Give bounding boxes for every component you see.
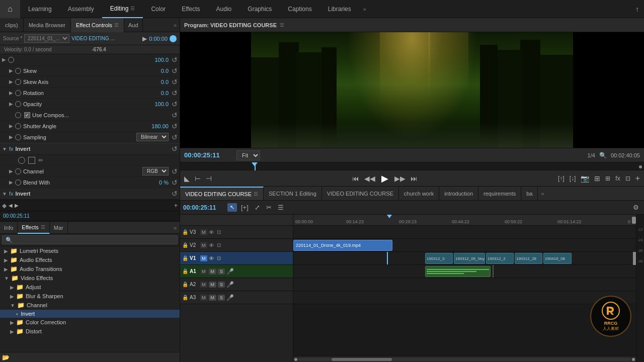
effects-blursharpen[interactable]: ▶ 📁 Blur & Sharpen (0, 292, 180, 301)
ec-scale-value[interactable]: 100.0 (154, 57, 169, 63)
effects-invert-item[interactable]: ▪ Invert (0, 310, 180, 318)
ec-expand-opacity[interactable]: ▶ (9, 101, 13, 107)
transport-fx[interactable]: fx (613, 174, 622, 183)
nav-tab-libraries[interactable]: Libraries (320, 0, 359, 18)
nav-tab-color[interactable]: Color (143, 0, 174, 18)
clip-v1-4[interactable]: 190312_28 (515, 253, 542, 264)
ec-reset-scale[interactable]: ↺ (172, 56, 178, 64)
track-lock-v2[interactable]: 🔒 (182, 242, 188, 248)
panel-tab-more[interactable]: » (171, 22, 180, 28)
track-m-a2[interactable]: M (209, 282, 217, 288)
effects-colorcorrection[interactable]: ▶ 📁 Color Correction (0, 318, 180, 327)
ec-reset-channel[interactable]: ↺ (172, 167, 178, 175)
track-s-a2[interactable]: S (218, 282, 225, 288)
nav-more-btn[interactable]: » (359, 6, 370, 12)
track-lock-a3[interactable]: 🔒 (182, 295, 188, 300)
tl-tool-settings[interactable]: ⚙ (631, 203, 641, 212)
transport-lift[interactable]: [↑] (556, 174, 567, 183)
transport-extract[interactable]: [↓] (568, 174, 578, 183)
timeline-tab-church[interactable]: church work (399, 187, 439, 201)
ec-expand-invert2[interactable]: ▼ (2, 191, 7, 197)
ec-expand-rotation[interactable]: ▶ (9, 90, 13, 96)
clip-v2-drone[interactable]: 220114_01_Drone_4k_019.mp4 (293, 240, 392, 251)
effects-adjust[interactable]: ▶ 📁 Adjust (0, 283, 180, 292)
transport-add[interactable]: + (633, 173, 642, 184)
effects-channel[interactable]: ▼ 📁 Channel (0, 301, 180, 310)
track-m-a1[interactable]: M (209, 268, 217, 275)
effects-audiotransitions[interactable]: ▶ 📁 Audio Transitions (0, 264, 180, 274)
program-monitor-menu-icon[interactable]: ☰ (280, 22, 284, 28)
clip-a1-1[interactable] (425, 266, 491, 277)
transport-mark-out[interactable]: ⊣ (204, 173, 214, 184)
clip-v1-2[interactable]: 190312_09_Sky0 (454, 253, 485, 264)
transport-play[interactable]: ▶ (378, 172, 391, 185)
track-lock-v1[interactable]: 🔒 (182, 255, 188, 261)
ec-expand-skew[interactable]: ▶ (9, 68, 13, 73)
track-sync-a2[interactable]: M (200, 282, 207, 288)
transport-play-fwd[interactable]: ▶▶ (392, 173, 408, 184)
ec-play-icon[interactable]: ▶ (142, 35, 147, 42)
track-sync-v3[interactable]: M (200, 229, 207, 235)
effects-audioeffects[interactable]: ▶ 📁 Audio Effects (0, 255, 180, 264)
ec-reset-skewaxis[interactable]: ↺ (172, 78, 178, 86)
ec-expand-scale[interactable]: ▶ (2, 57, 6, 62)
nav-tab-editing[interactable]: Editing ☰ (102, 0, 143, 18)
ec-kf-add[interactable]: + (174, 202, 178, 209)
panel-tab-mediabrowser[interactable]: Media Browser (24, 18, 71, 32)
ec-kf-diamond[interactable]: ◆ (2, 202, 7, 209)
track-sync-v1[interactable]: M (200, 255, 207, 261)
timeline-scrollbar[interactable] (293, 356, 636, 362)
track-eye-v2[interactable]: 👁 (209, 242, 214, 248)
ec-source-dropdown[interactable]: 220114_01_... (24, 34, 69, 43)
track-mic-a1[interactable]: 🎤 (226, 268, 234, 275)
ec-reset-blend[interactable]: ↺ (172, 178, 178, 187)
transport-play-back[interactable]: ◀◀ (362, 173, 377, 184)
ec-kf-prev[interactable]: ◀ (9, 203, 13, 208)
ec-channel-dropdown[interactable]: RGB (142, 167, 169, 175)
effects-tab-mar[interactable]: Mar (50, 222, 68, 234)
ec-opacity-value[interactable]: 100.0 (154, 101, 169, 107)
effects-tab-more[interactable]: » (171, 225, 180, 231)
tl-tool-ripple[interactable]: [+] (239, 203, 251, 212)
ec-shape-circle-icon[interactable] (18, 157, 25, 164)
nav-tab-captions[interactable]: Captions (280, 0, 319, 18)
tl-tool-slip[interactable]: ⤢ (253, 203, 262, 212)
track-sync-a3[interactable]: M (200, 295, 207, 301)
ec-reset-sampling[interactable]: ↺ (172, 133, 178, 141)
ec-reset-opacity[interactable]: ↺ (172, 100, 178, 108)
ec-expand-invert[interactable]: ▼ (2, 146, 7, 152)
track-sync-a1[interactable]: M (200, 268, 207, 275)
track-eye-v3[interactable]: 👁 (209, 229, 214, 235)
track-m-a3[interactable]: M (209, 295, 217, 301)
timeline-tab-main[interactable]: VIDEO EDITING COURSE ☰ (180, 187, 264, 201)
timeline-tab-section1[interactable]: SECTION 1 Editing (264, 187, 322, 201)
timeline-tab-intro[interactable]: introduction (439, 187, 478, 201)
tl-scroll-thumb[interactable] (332, 358, 392, 361)
ec-expand-channel[interactable]: ▶ (9, 168, 13, 174)
ec-reset-shutter[interactable]: ↺ (172, 122, 178, 130)
transport-step-fwd[interactable]: ⏭ (409, 173, 420, 184)
nav-tab-assembly[interactable]: Assembly (60, 0, 102, 18)
transport-camera[interactable]: 📷 (579, 173, 591, 184)
effects-new-bin-icon[interactable]: 📂 (2, 354, 10, 361)
ec-shape-pen-icon[interactable]: ✏ (38, 157, 43, 164)
track-s-a1[interactable]: S (218, 268, 225, 275)
ec-shape-rect-icon[interactable] (28, 157, 35, 164)
ec-kf-next[interactable]: ▶ (15, 203, 19, 208)
ec-blend-value[interactable]: 0 % (159, 179, 169, 186)
track-mic-a2[interactable]: 🎤 (226, 281, 234, 288)
effects-tab-effects[interactable]: Effects ☰ (18, 222, 49, 234)
tl-tool-arrow[interactable]: ↖ (227, 203, 237, 212)
ec-checkbox-comp[interactable]: ✓ (24, 112, 30, 118)
home-button[interactable]: ⌂ (0, 0, 20, 18)
nav-tab-learning[interactable]: Learning (20, 0, 60, 18)
effects-videoeffects[interactable]: ▼ 📁 Video Effects (0, 274, 180, 283)
transport-step-back[interactable]: ⏮ (350, 173, 361, 184)
nav-tab-graphics[interactable]: Graphics (239, 0, 280, 18)
ec-expand-blend[interactable]: ▶ (9, 179, 13, 185)
transport-mark-split[interactable]: ⊢ (193, 173, 203, 184)
ec-expand-skewaxis[interactable]: ▶ (9, 79, 13, 84)
effects-search-input[interactable] (2, 235, 178, 244)
transport-multiview[interactable]: ⊞ (592, 173, 602, 184)
nav-tab-audio[interactable]: Audio (208, 0, 240, 18)
